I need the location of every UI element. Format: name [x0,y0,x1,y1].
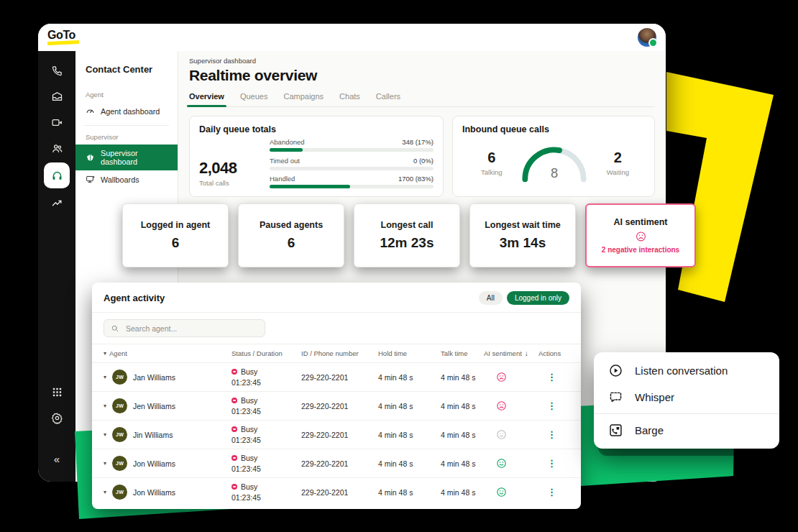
apps-icon[interactable] [44,380,70,404]
search-input[interactable] [124,324,258,334]
column-header-actions[interactable]: Actions [538,349,569,357]
talk-time: 4 min 48 s [441,488,484,497]
sad-face-icon [484,371,538,383]
row-actions-button[interactable]: ⋮ [538,372,569,382]
menu-item-listen-conversation[interactable]: Listen conversation [594,357,779,384]
hold-time: 4 min 48 s [378,431,441,439]
stat-card-longest-wait-time: Longest wait time3m 14s [469,203,576,267]
tab-callers[interactable]: Callers [376,92,400,106]
row-expander-chevron-icon[interactable]: ▾ [104,431,106,438]
phone-number: 229-220-2201 [301,431,378,439]
tab-overview[interactable]: Overview [189,92,224,106]
table-row[interactable]: ▾JWJin WilliamsBusy01:23:45229-220-22014… [92,420,581,449]
avatar: JW [112,427,127,442]
phone-icon[interactable] [44,59,70,83]
breadcrumb: Supervisor dashboard [189,57,655,65]
inbound-body: 6 Talking 8 2 Waiting [462,134,645,185]
avatar: JW [112,485,127,500]
stat-card-label: Longest call [381,220,434,230]
column-header-label: Agent [109,349,127,357]
table-row[interactable]: ▾JWJen WilliamsBusy01:23:45229-220-22014… [92,391,581,420]
agent-search[interactable] [104,319,265,337]
trend-icon[interactable] [44,191,70,215]
status-duration: 01:23:45 [231,407,301,416]
menu-item-label: Whisper [635,391,674,403]
nav-item-agent-dashboard[interactable]: Agent dashboard [75,102,178,120]
stat-card-label: Longest wait time [485,220,561,230]
stat-card-value: 12m 23s [380,235,434,251]
row-actions-button[interactable]: ⋮ [538,400,569,411]
nav-item-wallboards[interactable]: Wallboards [75,170,178,188]
nav-item-label: Agent dashboard [101,107,160,116]
filter-pill-logged-in-only[interactable]: Logged in only [507,291,569,305]
chevron-down-icon: ▾ [104,350,106,357]
busy-dot-icon [231,369,237,375]
nav-item-label: Supervisor dashboard [101,149,168,166]
barge-icon [608,423,623,438]
collapse-icon[interactable]: « [44,447,70,471]
tab-queues[interactable]: Queues [240,92,268,106]
filter-pill-all[interactable]: All [479,291,503,305]
row-expander-chevron-icon[interactable]: ▾ [104,403,106,409]
status-badge: Busy [231,454,301,462]
column-header-agent[interactable]: ▾Agent [104,349,231,357]
menu-item-whisper[interactable]: Whisper [594,384,779,411]
row-actions-button[interactable]: ⋮ [538,458,569,469]
table-row[interactable]: ▾JWJon WilliamsBusy01:23:45229-220-22014… [92,449,581,477]
avatar: JW [112,456,127,471]
sad-face-icon [635,230,647,243]
column-header-talk-time[interactable]: Talk time [441,349,484,357]
happy-face-icon [484,457,538,469]
goto-logo-text: GoTo [47,30,79,40]
agent-name: Jin Williams [133,431,173,439]
stat-card-label: AI sentiment [613,217,667,227]
daily-queue-body: 2,048 Total calls Abandoned348 (17%)Time… [199,134,434,188]
online-status-dot [648,38,658,47]
row-expander-chevron-icon[interactable]: ▾ [104,489,106,495]
menu-item-barge[interactable]: Barge [594,417,779,444]
column-header-ai-sentiment[interactable]: AI sentiment↓ [484,349,538,357]
queue-bar-timed-out: Timed out0 (0%) [270,157,434,170]
daily-queue-totals-card: Daily queue totals 2,048 Total calls Aba… [189,116,444,197]
tab-campaigns[interactable]: Campaigns [283,92,324,106]
status-label: Busy [241,454,257,462]
video-icon[interactable] [44,111,70,134]
row-actions-button[interactable]: ⋮ [538,487,569,497]
queue-bar-handled: Handled1700 (83%) [270,175,434,188]
row-expander-chevron-icon[interactable]: ▾ [104,460,106,467]
hold-time: 4 min 48 s [378,402,441,411]
queue-gauge: 8 [512,140,597,185]
talking-kpi: 6 Talking [481,150,503,176]
tab-chats[interactable]: Chats [339,92,360,106]
column-header-id-phone-number[interactable]: ID / Phone number [301,349,378,357]
whisper-icon [608,390,623,405]
stat-cards-row: Logged in agent6Paused agents6Longest ca… [122,203,696,267]
column-header-hold-time[interactable]: Hold time [378,349,441,357]
status-label: Busy [241,396,257,405]
nav-section-label: Supervisor [75,129,178,145]
stage: GoTo « Contact Center AgentAgent dashboa… [0,0,798,532]
card-title: Daily queue totals [199,124,434,134]
table-row[interactable]: ▾JWJon WilliamsBusy01:23:45229-220-22014… [92,477,581,506]
table-row[interactable]: ▾JWJan WilliamsBusy01:23:45229-220-22014… [92,362,581,391]
settings-icon[interactable] [44,406,70,430]
waiting-label: Waiting [607,168,629,176]
row-expander-chevron-icon[interactable]: ▾ [104,374,106,380]
column-header-label: ID / Phone number [301,349,359,357]
nav-item-supervisor-dashboard[interactable]: Supervisor dashboard [75,145,178,170]
user-avatar[interactable] [638,28,656,47]
inbound-queue-calls-card: Inbound queue calls 6 Talking 8 [452,116,655,197]
inbox-icon[interactable] [44,85,70,109]
talking-value: 6 [481,150,503,166]
table-body: ▾JWJan WilliamsBusy01:23:45229-220-22014… [92,362,581,506]
team-icon[interactable] [44,137,70,160]
headset-icon[interactable] [44,162,70,188]
phone-number: 229-220-2201 [301,459,378,468]
column-header-label: Status / Duration [231,349,283,357]
row-actions-button[interactable]: ⋮ [538,429,569,440]
agent-name: Jon Williams [133,459,175,468]
agent-cell: ▾JWJon Williams [104,456,231,471]
column-header-status-duration[interactable]: Status / Duration [231,349,301,357]
queue-bar-track [270,185,434,188]
queue-bar-value: 348 (17%) [402,138,434,146]
